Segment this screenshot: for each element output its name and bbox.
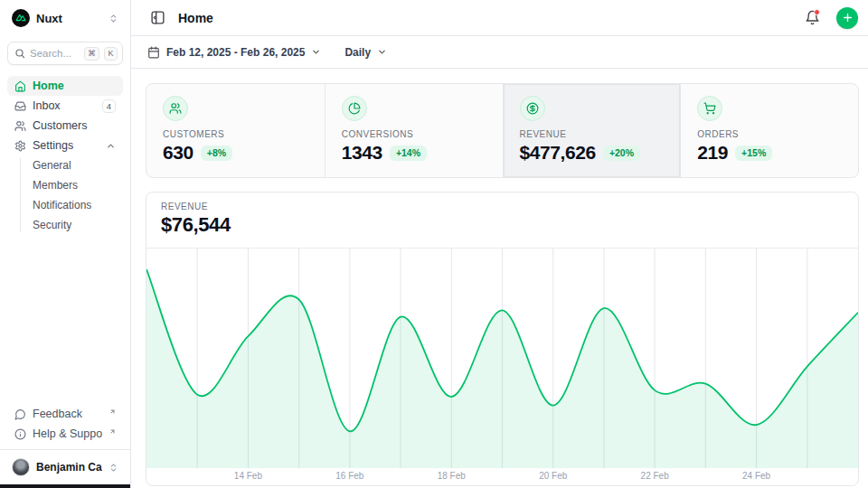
stat-delta-badge: +14% (390, 145, 427, 161)
pie-chart-icon (342, 96, 367, 121)
date-range-value: Feb 12, 2025 - Feb 26, 2025 (166, 46, 305, 59)
stat-value: 219 (697, 142, 728, 164)
stat-card-conversions[interactable]: CONVERSIONS 1343 +14% (325, 84, 503, 177)
inbox-count-badge: 4 (102, 99, 116, 113)
bottom-edge-bar (0, 484, 130, 488)
sidebar-item-label: Settings (33, 139, 99, 152)
page-header: Home (131, 0, 868, 36)
stats-row: CUSTOMERS 630 +8% CONVERSIONS 1343 +14% (146, 83, 859, 178)
x-axis-tick-labels: 14 Feb16 Feb18 Feb20 Feb22 Feb24 Feb (146, 468, 858, 485)
users-icon (14, 120, 26, 132)
users-icon (163, 96, 188, 121)
user-menu-button[interactable]: Benjamin Canac (7, 450, 123, 481)
area-chart-svg[interactable] (146, 249, 858, 468)
stat-card-revenue[interactable]: REVENUE $477,626 +20% (503, 84, 681, 177)
chevrons-up-down-icon (108, 463, 118, 473)
kbd-cmd: ⌘ (84, 47, 99, 61)
chart-header: REVENUE $76,544 (146, 192, 858, 249)
interval-select-button[interactable]: Daily (343, 42, 389, 62)
main-area: Home Feb 12, 2025 - Feb 26, 2025 Daily (131, 0, 868, 488)
sidebar-subitem-members[interactable]: Members (7, 175, 123, 195)
chat-bubble-icon (14, 408, 26, 420)
date-range-button[interactable]: Feb 12, 2025 - Feb 26, 2025 (146, 42, 323, 62)
stat-card-customers[interactable]: CUSTOMERS 630 +8% (146, 84, 325, 177)
content: CUSTOMERS 630 +8% CONVERSIONS 1343 +14% (131, 69, 868, 486)
x-tick-label: 22 Feb (641, 471, 669, 481)
chevron-down-icon (311, 47, 321, 57)
sidebar-subitem-notifications[interactable]: Notifications (7, 195, 123, 215)
x-tick-label: 20 Feb (539, 471, 567, 481)
stat-value: 1343 (342, 142, 382, 164)
filters-toolbar: Feb 12, 2025 - Feb 26, 2025 Daily (131, 36, 868, 69)
help-support-link[interactable]: Help & Support (7, 424, 123, 444)
sidebar-item-inbox[interactable]: Inbox 4 (7, 96, 123, 116)
chevron-down-icon (377, 47, 387, 57)
page-title: Home (178, 11, 791, 25)
sidebar-item-customers[interactable]: Customers (7, 116, 123, 136)
external-link-icon (109, 428, 116, 435)
feedback-link[interactable]: Feedback (7, 404, 123, 424)
calendar-icon (147, 46, 160, 59)
chevron-up-icon (106, 141, 116, 151)
stat-delta-badge: +15% (735, 145, 772, 161)
sidebar-item-settings[interactable]: Settings (7, 136, 123, 155)
sidebar-nav: Home Inbox 4 Customers Settings General (7, 76, 123, 235)
notifications-button[interactable] (800, 6, 824, 30)
sidebar-subitem-general[interactable]: General (7, 155, 123, 175)
stat-value: 630 (163, 142, 193, 164)
stat-delta-badge: +20% (603, 145, 640, 161)
stat-delta-badge: +8% (201, 145, 232, 161)
x-tick-label: 14 Feb (234, 471, 262, 481)
stat-label: REVENUE (520, 129, 665, 139)
cart-icon (697, 96, 722, 121)
interval-value: Daily (344, 46, 371, 59)
nuxt-logo-icon (12, 9, 30, 27)
feedback-label: Feedback (33, 408, 102, 420)
chevrons-up-down-icon (108, 14, 118, 23)
collapse-sidebar-button[interactable] (146, 6, 169, 30)
x-tick-label: 18 Feb (438, 471, 466, 481)
workspace-switcher[interactable]: Nuxt (7, 7, 123, 29)
x-tick-label: 24 Feb (742, 471, 770, 481)
stat-label: CUSTOMERS (163, 129, 308, 139)
dashboard-screen: Nuxt ⌘ K Home Inbox 4 Customers (0, 0, 868, 488)
sidebar-footer: Feedback Help & Support (7, 404, 123, 444)
help-support-label: Help & Support (33, 427, 102, 440)
sidebar-item-label: Home (33, 80, 116, 92)
stat-value: $477,626 (520, 142, 596, 164)
home-icon (14, 80, 26, 92)
notification-dot (814, 9, 820, 15)
user-name: Benjamin Canac (36, 461, 102, 474)
gear-icon (14, 140, 26, 152)
inbox-icon (14, 100, 26, 112)
kbd-k: K (104, 47, 118, 61)
panel-left-close-icon (150, 10, 165, 25)
avatar (12, 458, 30, 476)
info-circle-icon (14, 428, 26, 440)
workspace-name: Nuxt (36, 12, 102, 25)
search-box[interactable]: ⌘ K (7, 42, 123, 65)
external-link-icon (109, 408, 116, 415)
search-input[interactable] (30, 48, 80, 59)
revenue-chart-card: REVENUE $76,544 14 Feb16 Feb18 Feb20 Feb… (146, 192, 859, 486)
dollar-circle-icon (520, 96, 545, 121)
sidebar-subitem-security[interactable]: Security (7, 215, 123, 235)
add-button[interactable] (836, 7, 858, 29)
chart-metric-label: REVENUE (161, 202, 844, 211)
sidebar: Nuxt ⌘ K Home Inbox 4 Customers (0, 0, 131, 488)
sidebar-item-label: Inbox (33, 99, 96, 112)
plus-icon (842, 12, 854, 23)
chart-metric-value: $76,544 (161, 213, 844, 237)
sidebar-item-label: Customers (33, 119, 116, 132)
stat-label: CONVERSIONS (342, 129, 486, 139)
x-tick-label: 16 Feb (335, 471, 363, 481)
settings-subnav: General Members Notifications Security (7, 155, 123, 235)
search-icon (14, 48, 25, 59)
sidebar-item-home[interactable]: Home (7, 76, 123, 96)
revenue-area-chart[interactable] (146, 249, 858, 468)
stat-card-orders[interactable]: ORDERS 219 +15% (680, 84, 858, 177)
stat-label: ORDERS (697, 129, 842, 139)
